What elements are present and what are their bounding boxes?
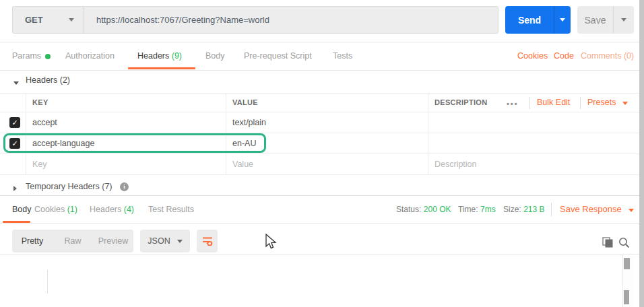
save-response-label: Save Response [560, 204, 622, 214]
url-input[interactable]: https://localhost:7067/Greeting?Name=wor… [84, 15, 498, 25]
tab-headers-label: Headers [137, 51, 169, 61]
resp-tab-headers-label: Headers [90, 205, 121, 214]
headers-collapse-toggle[interactable] [13, 77, 19, 87]
column-divider [428, 93, 428, 174]
indent-guide [47, 270, 48, 294]
send-button[interactable]: Send [505, 6, 554, 34]
save-response-button[interactable]: Save Response [560, 196, 634, 223]
resp-tab-body[interactable]: Body [12, 196, 32, 223]
format-select-label: JSON [148, 236, 170, 246]
time-value: 7ms [480, 205, 496, 214]
resp-tab-test-results[interactable]: Test Results [148, 196, 194, 223]
size-value: 213 B [523, 205, 544, 214]
key-input-placeholder[interactable]: Key [32, 160, 47, 169]
column-header-value: VALUE [232, 98, 258, 106]
header-value-cell[interactable]: en-AU [232, 139, 256, 148]
divider [529, 97, 530, 109]
chevron-down-icon [629, 209, 634, 212]
chevron-down-icon [69, 18, 74, 22]
tab-params-label: Params [12, 51, 41, 61]
row-checkbox[interactable]: ✓ [9, 117, 20, 128]
wrap-text-button[interactable] [197, 230, 218, 252]
table-border [0, 112, 644, 112]
resp-tab-test-results-label: Test Results [148, 205, 194, 214]
response-view-switcher: Pretty Raw Preview [12, 230, 133, 252]
bulk-edit-button[interactable]: Bulk Edit [537, 98, 570, 107]
code-link[interactable]: Code [554, 42, 574, 70]
value-input-placeholder[interactable]: Value [232, 160, 253, 169]
temporary-headers-title[interactable]: Temporary Headers (7) [26, 182, 112, 191]
send-options-button[interactable] [554, 6, 571, 34]
chevron-down-icon [560, 18, 565, 22]
header-key-cell[interactable]: accept [32, 118, 57, 127]
column-divider [26, 93, 26, 174]
raw-view-button[interactable]: Raw [53, 236, 93, 246]
headers-section-title[interactable]: Headers (2) [26, 75, 70, 85]
divider [0, 70, 644, 71]
tab-headers[interactable]: Headers (9) [137, 42, 182, 70]
text-wrap-icon [202, 236, 213, 246]
column-header-key: KEY [32, 98, 49, 106]
temporary-headers-toggle[interactable] [13, 184, 17, 193]
params-indicator-dot-icon [45, 54, 51, 59]
method-label: GET [25, 15, 43, 25]
mouse-cursor-icon [263, 234, 278, 251]
divider [0, 223, 644, 224]
table-border [0, 174, 644, 175]
tab-body-label: Body [205, 51, 225, 61]
info-icon[interactable]: i [120, 182, 129, 191]
size-meta: Size: 213 B [503, 196, 545, 223]
row-checkbox[interactable]: ✓ [9, 138, 20, 149]
pane-scrollbar-thumb[interactable] [624, 290, 629, 304]
copy-button[interactable] [602, 236, 614, 250]
tab-authorization[interactable]: Authorization [65, 42, 115, 70]
table-border [0, 93, 644, 94]
status-meta: Status: 200 OK [396, 196, 451, 223]
divider [580, 97, 581, 109]
postman-app: GET https://localhost:7067/Greeting?Name… [0, 0, 644, 307]
save-options-button[interactable] [613, 6, 634, 34]
resp-tab-cookies-label: Cookies [34, 205, 65, 214]
table-border [0, 133, 644, 133]
send-button-group: Send [505, 6, 571, 34]
tab-params[interactable]: Params [12, 42, 51, 70]
caret-down-icon [13, 81, 19, 85]
size-label: Size: [503, 205, 521, 214]
method-select[interactable]: GET [13, 7, 84, 33]
preview-view-button[interactable]: Preview [93, 236, 133, 246]
search-icon [618, 236, 630, 248]
window-scrollbar[interactable] [639, 0, 644, 307]
cookies-link[interactable]: Cookies [517, 42, 548, 70]
tab-body[interactable]: Body [205, 42, 225, 70]
header-value-cell[interactable]: text/plain [232, 118, 266, 127]
column-header-description: DESCRIPTION [434, 98, 487, 106]
status-value: 200 OK [424, 205, 451, 214]
format-select[interactable]: JSON [140, 230, 190, 252]
pretty-view-button[interactable]: Pretty [12, 236, 53, 246]
presets-label: Presets [587, 98, 616, 107]
response-body-editor[interactable]: 1 { 2 "greeting": "G'day, world!", 3 "gr… [0, 254, 633, 307]
save-button[interactable]: Save [577, 6, 613, 34]
table-border [0, 154, 644, 154]
status-label: Status: [396, 205, 421, 214]
tab-tests[interactable]: Tests [333, 42, 352, 70]
search-button[interactable] [618, 236, 630, 250]
presets-button[interactable]: Presets [587, 98, 628, 107]
resp-tab-headers-count: (4) [124, 205, 134, 214]
resp-tab-headers[interactable]: Headers (4) [90, 196, 134, 223]
tab-pre-request-script[interactable]: Pre-request Script [244, 42, 312, 70]
resp-tab-cookies[interactable]: Cookies (1) [34, 196, 77, 223]
comments-link[interactable]: Comments (0) [581, 42, 634, 70]
time-meta: Time: 7ms [458, 196, 496, 223]
editor-scrollbar-thumb[interactable] [624, 258, 630, 269]
chevron-down-icon [621, 18, 626, 22]
tab-authorization-label: Authorization [65, 51, 115, 61]
tab-pre-request-script-label: Pre-request Script [244, 51, 312, 61]
divider [551, 203, 552, 216]
column-divider [226, 93, 226, 174]
resp-tab-body-label: Body [12, 205, 32, 214]
more-options-icon[interactable]: ••• [507, 100, 519, 108]
header-key-cell[interactable]: accept-language [32, 139, 94, 148]
chevron-down-icon [177, 240, 183, 243]
description-input-placeholder[interactable]: Description [434, 160, 477, 169]
